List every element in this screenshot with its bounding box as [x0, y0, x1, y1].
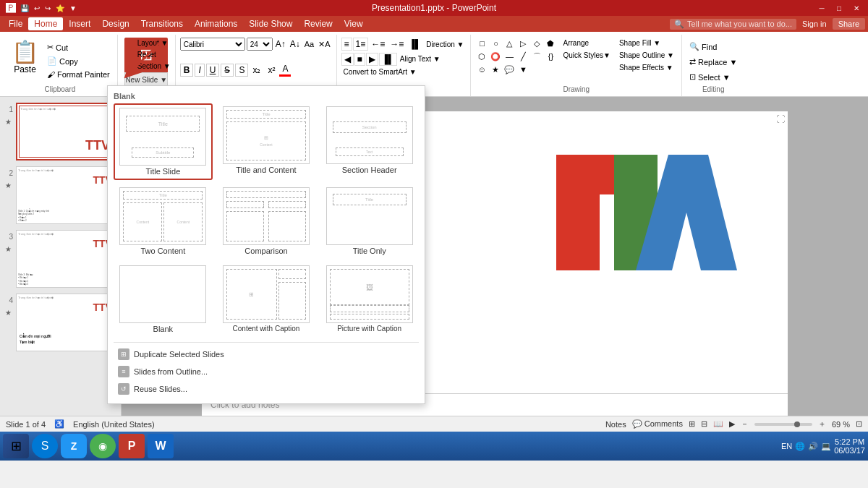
menu-file[interactable]: File: [3, 17, 28, 30]
italic-btn[interactable]: I: [195, 64, 204, 77]
slide-preview-2[interactable]: Trung tâm tin học trí tuệ việt TTV Slide…: [16, 166, 114, 224]
paste-button[interactable]: 📋 Paste: [7, 35, 43, 87]
app-skype[interactable]: S: [32, 434, 58, 458]
find-btn[interactable]: 🔍 Find: [686, 40, 740, 53]
app-powerpoint[interactable]: P: [119, 434, 145, 458]
shape-star[interactable]: ★: [489, 64, 502, 75]
menu-design[interactable]: Design: [96, 17, 135, 30]
replace-btn[interactable]: ⇄ Replace ▼: [686, 56, 740, 68]
app-green[interactable]: ◉: [90, 434, 116, 458]
shape-outline-btn[interactable]: Shape Outline ▼: [616, 50, 677, 61]
slides-from-outline-action[interactable]: ≡ Slides from Outline...: [114, 363, 419, 380]
view-reading-btn[interactable]: 📖: [713, 419, 723, 429]
shape-diamond[interactable]: ◇: [530, 38, 543, 49]
font-name-select[interactable]: Calibri: [180, 38, 245, 51]
shape-rect[interactable]: □: [475, 38, 488, 49]
slide-preview-3[interactable]: Trung tâm tin học trí tuệ việt TTV Slide…: [16, 230, 114, 288]
close-btn[interactable]: ✕: [851, 2, 862, 14]
align-right-btn[interactable]: ▶: [366, 53, 378, 66]
reuse-slides-action[interactable]: ↺ Reuse Slides...: [114, 380, 419, 398]
layout-picture-caption[interactable]: 🖼 Picture with Caption: [320, 262, 419, 336]
zoom-out-btn[interactable]: －: [741, 419, 749, 429]
strikethrough-btn[interactable]: S̶: [221, 64, 234, 77]
align-left-btn[interactable]: ◀: [341, 53, 354, 66]
layout-title-content[interactable]: Title ⊞ Content Title and Content: [217, 103, 316, 180]
bullet-list-btn[interactable]: ≡: [341, 38, 352, 51]
view-normal-btn[interactable]: ⊞: [689, 419, 695, 429]
shape-smile[interactable]: ☺: [475, 64, 488, 75]
text-direction-btn[interactable]: Direction ▼: [424, 40, 466, 49]
zoom-level[interactable]: 69 %: [832, 420, 850, 429]
shadow-btn[interactable]: S: [235, 64, 248, 77]
subscript-btn[interactable]: x₂: [250, 64, 263, 76]
zoom-in-btn[interactable]: ＋: [818, 419, 826, 429]
start-button[interactable]: ⊞: [3, 434, 29, 458]
view-slide-sorter-btn[interactable]: ⊟: [701, 419, 707, 429]
slide-preview-4[interactable]: Trung tâm tin học trí tuệ việt TTV Cảm ơ…: [16, 294, 114, 351]
menu-view[interactable]: View: [339, 17, 369, 30]
layout-two-content[interactable]: Title Content Content Two Content: [114, 184, 213, 258]
align-center-btn[interactable]: ■: [354, 53, 365, 66]
align-text-btn[interactable]: Align Text ▼: [398, 54, 443, 64]
shape-bracket[interactable]: {}: [544, 51, 557, 62]
shape-more[interactable]: ▼: [516, 64, 529, 75]
menu-review[interactable]: Review: [298, 17, 338, 30]
save-btn[interactable]: 💾: [19, 4, 30, 12]
justify-btn[interactable]: ▐▌: [379, 53, 397, 66]
layout-title-only[interactable]: Title Title Only: [320, 184, 419, 258]
fit-slide-btn[interactable]: ⊡: [856, 419, 862, 429]
menu-insert[interactable]: Insert: [63, 17, 96, 30]
shape-arrow-right[interactable]: ▷: [516, 38, 529, 49]
col-btn[interactable]: ▐▌: [407, 38, 423, 50]
notes-btn[interactable]: Notes: [605, 420, 626, 429]
shape-oval[interactable]: ⭕: [489, 51, 502, 62]
number-list-btn[interactable]: 1≡: [353, 38, 369, 51]
slide-thumb-3[interactable]: 3 ★ Trung tâm tin học trí tuệ việt TTV S…: [3, 230, 118, 288]
slide-thumb-4[interactable]: 4 ★ Trung tâm tin học trí tuệ việt TTV C…: [3, 294, 118, 351]
format-painter-button[interactable]: 🖌 Format Painter: [44, 69, 113, 80]
share-btn[interactable]: Share: [833, 18, 865, 30]
convert-smartart-btn[interactable]: Convert to SmartArt ▼: [341, 67, 419, 77]
maximize-btn[interactable]: □: [833, 2, 845, 14]
layout-content-caption[interactable]: ⊞ Content with Caption: [217, 262, 316, 336]
comments-btn[interactable]: 💬 Comments: [632, 419, 683, 429]
menu-animations[interactable]: Animations: [189, 17, 243, 30]
increase-indent-btn[interactable]: →≡: [388, 38, 406, 50]
layout-comparison[interactable]: Comparison: [217, 184, 316, 258]
select-btn[interactable]: ⊡ Select ▼: [686, 71, 740, 83]
shape-pentagon[interactable]: ⬟: [544, 38, 557, 49]
expand-icon[interactable]: ⛶: [776, 114, 785, 124]
shape-triangle[interactable]: △: [503, 38, 516, 49]
copy-button[interactable]: 📄 Copy: [44, 55, 113, 67]
quick-styles-btn[interactable]: Quick Styles▼: [560, 50, 613, 61]
font-size-select[interactable]: 24: [247, 38, 273, 51]
search-box[interactable]: 🔍 Tell me what you want to do...: [670, 19, 796, 30]
duplicate-slides-action[interactable]: ⊞ Duplicate Selected Slides: [114, 346, 419, 363]
app-word[interactable]: W: [148, 434, 174, 458]
app-zalo[interactable]: Z: [61, 434, 87, 458]
slide-preview-1[interactable]: Trung tâm tin học trí tuệ việt TTV: [16, 103, 114, 160]
font-color-btn[interactable]: A: [279, 63, 291, 77]
layout-blank[interactable]: Blank: [114, 262, 213, 336]
layout-title-slide[interactable]: Title Subtitle Title Slide: [114, 103, 213, 180]
menu-home[interactable]: Home: [28, 17, 63, 30]
cut-button[interactable]: ✂ Cut: [44, 41, 113, 53]
shape-diag[interactable]: ╱: [516, 51, 529, 62]
redo-btn[interactable]: ↪: [43, 4, 52, 12]
menu-slideshow[interactable]: Slide Show: [243, 17, 298, 30]
underline-btn[interactable]: U: [206, 64, 220, 77]
superscript-btn[interactable]: x²: [265, 64, 278, 76]
shape-effects-btn[interactable]: Shape Effects ▼: [616, 62, 677, 73]
sign-in-link[interactable]: Sign in: [802, 20, 827, 28]
case-btn[interactable]: Aa: [303, 39, 315, 49]
menu-transitions[interactable]: Transitions: [135, 17, 189, 30]
shape-curve[interactable]: ⌒: [530, 51, 543, 62]
shape-line[interactable]: —: [503, 51, 516, 62]
dropdown-btn[interactable]: ▼: [68, 4, 78, 12]
bold-btn[interactable]: B: [180, 64, 194, 77]
decrease-indent-btn[interactable]: ←≡: [369, 38, 387, 50]
undo-btn[interactable]: ↩: [33, 4, 41, 12]
increase-font-btn[interactable]: A↑: [274, 38, 287, 50]
shape-hex[interactable]: ⬡: [475, 51, 488, 62]
minimize-btn[interactable]: ─: [816, 2, 827, 14]
